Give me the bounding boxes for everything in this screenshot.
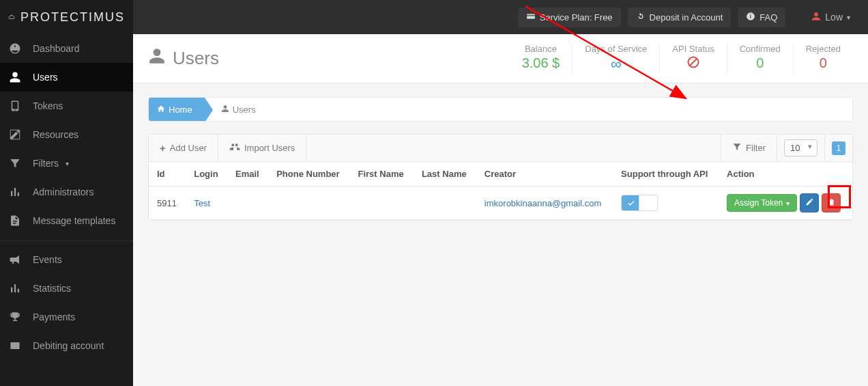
sidebar-item-dashboard[interactable]: Dashboard xyxy=(0,34,133,63)
breadcrumb-home[interactable]: Home xyxy=(149,98,205,121)
cell-creator: imkorobkinaanna@gmail.com xyxy=(476,187,613,220)
stat-label: Balance xyxy=(522,44,560,54)
pagination: 1 xyxy=(824,135,852,161)
topbar: Service Plan: Free Deposit in Account i … xyxy=(133,0,868,34)
sidebar-item-label: Tokens xyxy=(33,100,63,111)
svg-point-0 xyxy=(14,344,17,348)
delete-button[interactable] xyxy=(822,193,841,212)
filter-label: Filter xyxy=(746,143,766,153)
cell-login: Test xyxy=(186,187,227,220)
nav-divider xyxy=(0,240,133,241)
toggle-knob xyxy=(639,195,657,210)
breadcrumb-current-label: Users xyxy=(233,105,256,115)
page-number[interactable]: 1 xyxy=(832,141,845,155)
service-plan-label: Service Plan: Free xyxy=(540,12,613,23)
sidebar-item-label: Users xyxy=(33,72,58,83)
sidebar-item-tokens[interactable]: Tokens xyxy=(0,92,133,120)
creator-link[interactable]: imkorobkinaanna@gmail.com xyxy=(484,198,601,208)
cell-id: 5911 xyxy=(149,187,186,220)
sidebar: PROTECTIMUS Dashboard Users Tokens Resou… xyxy=(0,0,133,386)
cell-action: Assign Token ▾ xyxy=(719,187,852,220)
chevron-down-icon: ▾ xyxy=(66,160,69,167)
col-last-name: Last Name xyxy=(414,162,476,187)
sidebar-item-label: Debiting account xyxy=(33,340,104,351)
stat-value: 0 xyxy=(806,55,841,71)
logo-icon xyxy=(8,8,15,27)
stat-label: Days of Service xyxy=(585,44,647,54)
sidebar-item-resources[interactable]: Resources xyxy=(0,120,133,149)
sidebar-item-label: Statistics xyxy=(33,283,71,294)
card-icon xyxy=(526,12,536,23)
chevron-down-icon: ▾ xyxy=(786,199,790,207)
col-phone: Phone Number xyxy=(268,162,349,187)
assign-token-button[interactable]: Assign Token ▾ xyxy=(727,194,797,212)
sidebar-item-users[interactable]: Users xyxy=(0,63,133,92)
faq-label: FAQ xyxy=(760,12,777,23)
service-plan-button[interactable]: Service Plan: Free xyxy=(518,8,621,27)
sidebar-item-statistics[interactable]: Statistics xyxy=(0,274,133,303)
support-api-toggle[interactable] xyxy=(621,195,658,211)
bars-icon xyxy=(8,282,22,294)
table-row: 5911 Test imkorobkinaanna@gmail.com xyxy=(149,187,852,220)
plus-icon: + xyxy=(160,142,166,154)
users-table: Id Login Email Phone Number First Name L… xyxy=(149,162,852,220)
users-panel: + Add User Import Users Filter xyxy=(148,134,853,221)
sidebar-item-filters[interactable]: Filters ▾ xyxy=(0,149,133,178)
sidebar-item-label: Filters xyxy=(33,158,59,169)
stat-api: API Status xyxy=(659,44,726,73)
stat-label: Confirmed xyxy=(740,44,781,54)
col-email: Email xyxy=(227,162,268,187)
stat-confirmed: Confirmed 0 xyxy=(727,44,793,73)
page-title-wrap: Users xyxy=(148,47,219,70)
user-icon xyxy=(148,47,166,70)
user-dropdown[interactable]: Low ▾ xyxy=(806,8,856,27)
sidebar-item-payments[interactable]: Payments xyxy=(0,303,133,331)
page-size-select[interactable]: 10 xyxy=(784,139,818,156)
import-users-button[interactable]: Import Users xyxy=(218,135,306,161)
deposit-button[interactable]: Deposit in Account xyxy=(628,8,732,27)
header-panel: Users Balance 3.06 $ Days of Service ∞ A… xyxy=(133,34,868,83)
brand-text: PROTECTIMUS xyxy=(20,10,125,25)
col-first-name: First Name xyxy=(349,162,413,187)
add-user-label: Add User xyxy=(170,143,207,153)
edit-square-icon xyxy=(8,128,22,141)
col-login: Login xyxy=(186,162,227,187)
panel-toolbar: + Add User Import Users Filter xyxy=(149,135,852,162)
filter-icon xyxy=(732,142,742,154)
svg-text:i: i xyxy=(750,13,751,19)
assign-token-label: Assign Token xyxy=(734,198,783,208)
cell-email xyxy=(227,187,268,220)
logo: PROTECTIMUS xyxy=(0,0,133,34)
sidebar-item-label: Resources xyxy=(33,129,78,140)
stat-rejected: Rejected 0 xyxy=(793,44,853,73)
stat-label: Rejected xyxy=(806,44,841,54)
login-link[interactable]: Test xyxy=(194,198,210,208)
sidebar-item-administrators[interactable]: Administrators xyxy=(0,178,133,206)
stat-days: Days of Service ∞ xyxy=(572,44,659,73)
blocked-icon xyxy=(672,55,714,72)
sidebar-item-label: Message templates xyxy=(33,215,115,226)
breadcrumb: Home Users xyxy=(148,97,853,122)
add-user-button[interactable]: + Add User xyxy=(149,135,218,161)
filter-button[interactable]: Filter xyxy=(721,135,777,161)
dashboard-icon xyxy=(8,42,22,55)
sidebar-item-debiting[interactable]: Debiting account xyxy=(0,331,133,360)
nav-list-secondary: Events Statistics Payments Debiting acco… xyxy=(0,245,133,360)
sidebar-item-message-templates[interactable]: Message templates xyxy=(0,206,133,235)
deposit-label: Deposit in Account xyxy=(650,12,723,23)
sidebar-item-events[interactable]: Events xyxy=(0,245,133,274)
faq-button[interactable]: i FAQ xyxy=(738,8,785,27)
cell-support-api xyxy=(613,187,719,220)
edit-button[interactable] xyxy=(800,193,819,212)
stat-balance: Balance 3.06 $ xyxy=(510,44,573,73)
bars-icon xyxy=(8,186,22,198)
sidebar-item-label: Events xyxy=(33,254,62,265)
sidebar-item-label: Administrators xyxy=(33,187,93,197)
stat-label: API Status xyxy=(672,44,714,54)
infinity-icon: ∞ xyxy=(585,55,647,73)
bullhorn-icon xyxy=(8,253,22,266)
stat-value: 3.06 $ xyxy=(522,55,560,71)
sidebar-item-label: Dashboard xyxy=(33,43,80,54)
users-icon xyxy=(229,141,240,154)
refresh-icon xyxy=(636,12,646,23)
